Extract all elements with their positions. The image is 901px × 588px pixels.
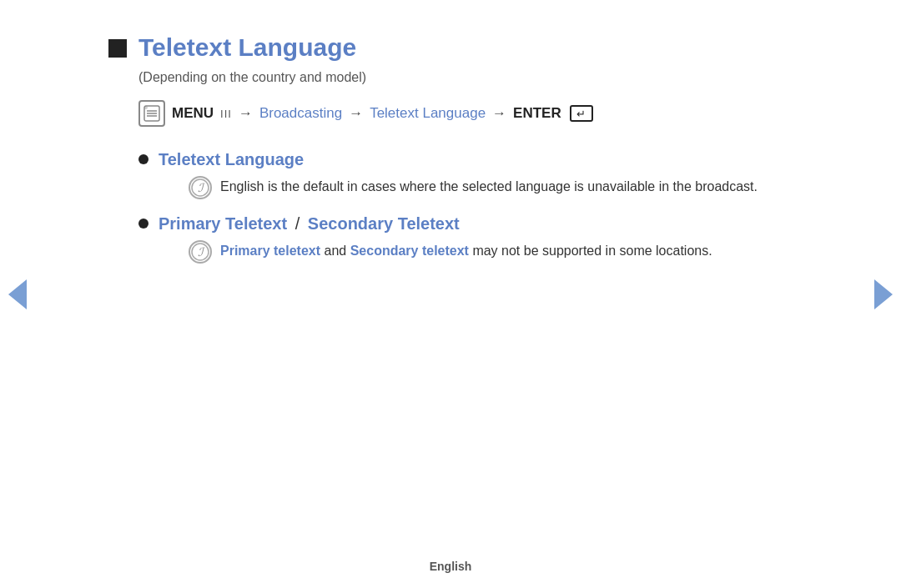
bullet-title-1: Teletext Language [159, 150, 304, 169]
menu-label: MENU [172, 105, 214, 122]
bullet-section-1: Teletext Language ℐ English is the defau… [138, 150, 793, 199]
menu-icon [138, 100, 165, 127]
note-icon-2: ℐ [189, 240, 212, 264]
note-icon-1: ℐ [189, 176, 212, 199]
page-title: Teletext Language [138, 33, 356, 62]
primary-teletext-highlight: Primary teletext [220, 244, 320, 258]
teletext-language-link: Teletext Language [370, 105, 486, 122]
arrow-1: → [239, 105, 253, 122]
bullet-row-2: Primary Teletext / Secondary Teletext [138, 214, 793, 234]
subtitle-text: (Depending on the country and model) [138, 70, 793, 85]
enter-icon: ↵ [570, 105, 593, 122]
svg-point-4 [144, 106, 148, 109]
broadcasting-link: Broadcasting [259, 105, 342, 122]
note-text-1: English is the default in cases where th… [220, 176, 758, 198]
black-square-icon [108, 39, 127, 58]
primary-teletext-title: Primary Teletext [159, 214, 287, 233]
note-text-2: Primary teletext and Secondary teletext … [220, 240, 712, 262]
footer-language: English [430, 560, 472, 573]
title-row: Teletext Language [108, 33, 793, 62]
secondary-teletext-title: Secondary Teletext [308, 214, 460, 233]
arrow-3: → [492, 105, 506, 122]
bullet-section-2: Primary Teletext / Secondary Teletext ℐ … [138, 214, 793, 264]
slash-separator: / [290, 214, 305, 233]
svg-text:ℐ: ℐ [198, 246, 205, 259]
note-row-1: ℐ English is the default in cases where … [189, 176, 793, 199]
svg-text:ℐ: ℐ [198, 182, 205, 194]
bullet-dot-2 [138, 219, 148, 229]
note-row-2: ℐ Primary teletext and Secondary teletex… [189, 240, 793, 264]
arrow-2: → [349, 105, 363, 122]
bullet-dot-1 [138, 154, 148, 164]
bullet-title-2: Primary Teletext / Secondary Teletext [159, 214, 460, 234]
main-content: Teletext Language (Depending on the coun… [42, 0, 859, 312]
menu-suffix: III [220, 108, 232, 120]
enter-label: ENTER [513, 105, 561, 122]
bullet-row-1: Teletext Language [138, 150, 793, 169]
nav-arrow-left[interactable] [8, 279, 27, 309]
nav-arrow-right[interactable] [874, 279, 893, 309]
menu-path-row: MENU III → Broadcasting → Teletext Langu… [138, 100, 793, 127]
secondary-teletext-highlight: Secondary teletext [350, 244, 469, 258]
